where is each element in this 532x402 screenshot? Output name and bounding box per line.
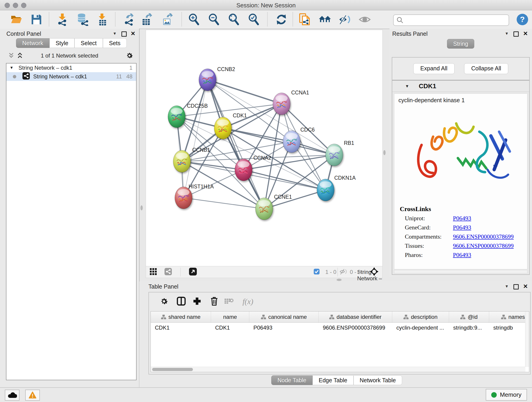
toggle-visibility-button[interactable]: [338, 13, 351, 26]
network-birdseye-icon[interactable]: [164, 268, 172, 276]
network-edge[interactable]: [264, 190, 326, 209]
column-header[interactable]: name: [211, 312, 249, 322]
cloud-button[interactable]: [5, 390, 19, 401]
crosslink-pharos[interactable]: P06493: [453, 252, 471, 259]
collapse-all-button[interactable]: Collapse All: [464, 63, 508, 74]
protein-node[interactable]: [175, 187, 192, 209]
column-header[interactable]: shared name: [151, 312, 211, 322]
column-header[interactable]: @id: [449, 312, 489, 322]
zoom-out-button[interactable]: [207, 13, 220, 26]
network-row-selected[interactable]: String Network – cdk1 11 48: [6, 72, 136, 81]
tab-style[interactable]: Style: [50, 38, 75, 48]
tab-edge-table[interactable]: Edge Table: [312, 375, 354, 385]
tab-network[interactable]: Network: [16, 38, 50, 48]
table-horizontal-scrollbar[interactable]: [151, 367, 525, 372]
tree-expand-icon[interactable]: ▼: [10, 65, 13, 70]
table-vertical-scrollbar[interactable]: [525, 312, 529, 367]
help-button[interactable]: ?: [516, 13, 529, 26]
zoom-selected-button[interactable]: [247, 13, 260, 26]
search-input[interactable]: [405, 16, 505, 24]
selected-checkbox-icon[interactable]: [313, 268, 320, 276]
network-edge[interactable]: [208, 80, 282, 104]
cell-name[interactable]: CDK1: [211, 323, 249, 333]
protein-node[interactable]: [199, 69, 216, 91]
crosslink-genecard[interactable]: P06493: [453, 224, 471, 231]
network-canvas[interactable]: CCNB2CCNA1CDC25BCDK1CDC6RB1CCNB1CCNA2CDK…: [146, 30, 383, 266]
cell-namespace[interactable]: stringdb: [489, 323, 529, 333]
select-columns-icon[interactable]: [177, 296, 186, 307]
protein-node[interactable]: [273, 93, 290, 115]
cell-canonical-name[interactable]: P06493: [249, 323, 319, 333]
tab-node-table[interactable]: Node Table: [271, 375, 312, 385]
import-network-database-button[interactable]: [76, 13, 89, 26]
results-scrollbar[interactable]: [394, 270, 527, 274]
gene-entry-header[interactable]: ▼ CDK1: [392, 81, 529, 92]
tab-network-table[interactable]: Network Table: [354, 375, 402, 385]
crosshair-icon[interactable]: [370, 267, 379, 277]
left-splitter-grip[interactable]: [140, 205, 143, 211]
crosslink-uniprot[interactable]: P06493: [453, 215, 471, 222]
export-image-button[interactable]: [161, 13, 174, 26]
expand-all-button[interactable]: Expand All: [413, 63, 455, 74]
home-views-button[interactable]: [318, 13, 331, 26]
zoom-in-button[interactable]: [187, 13, 200, 26]
export-network-button[interactable]: [123, 13, 135, 26]
float-panel-icon[interactable]: [513, 284, 519, 289]
network-edge[interactable]: [208, 80, 334, 155]
network-edge[interactable]: [208, 80, 264, 209]
column-header[interactable]: namespace: [489, 312, 529, 322]
column-header[interactable]: canonical name: [249, 312, 319, 322]
close-panel-icon[interactable]: ✕: [131, 30, 135, 37]
cell-description[interactable]: cyclin-dependent ...: [392, 323, 449, 333]
open-in-window-icon[interactable]: [189, 268, 197, 277]
protein-node[interactable]: [317, 179, 334, 201]
network-edge[interactable]: [184, 198, 264, 209]
gear-icon[interactable]: [125, 51, 133, 61]
protein-node[interactable]: [173, 150, 191, 172]
column-header[interactable]: database identifier: [319, 312, 392, 322]
collapse-panel-icon[interactable]: ▼: [505, 32, 509, 36]
results-panel-tabs: String: [447, 39, 474, 49]
network-collection-row[interactable]: ▼ String Network – cdk1 1: [6, 64, 136, 72]
protein-node[interactable]: [235, 159, 252, 181]
delete-column-icon[interactable]: [210, 296, 219, 307]
scrollbar-thumb[interactable]: [152, 368, 193, 371]
float-panel-icon[interactable]: [513, 32, 519, 37]
import-network-file-button[interactable]: [56, 13, 69, 26]
close-panel-icon[interactable]: ✕: [523, 30, 528, 37]
save-session-button[interactable]: [30, 13, 43, 26]
protein-node[interactable]: [214, 117, 232, 139]
collapse-panel-icon[interactable]: ▼: [505, 284, 509, 289]
tab-select[interactable]: Select: [75, 38, 103, 48]
cell-database-identifier[interactable]: 9606.ENSP00000378699: [319, 323, 392, 333]
export-table-button[interactable]: [140, 13, 153, 26]
protein-node[interactable]: [326, 144, 343, 166]
memory-button[interactable]: Memory: [486, 389, 527, 401]
right-splitter-grip[interactable]: [383, 150, 386, 155]
column-header[interactable]: description: [392, 312, 449, 322]
grid-view-icon[interactable]: [150, 268, 157, 276]
tab-string[interactable]: String: [447, 39, 474, 49]
crosslink-compartments[interactable]: 9606.ENSP00000378699: [453, 233, 514, 240]
protein-node[interactable]: [168, 106, 185, 128]
import-table-button[interactable]: [96, 13, 109, 26]
add-column-icon[interactable]: [192, 297, 202, 307]
close-panel-icon[interactable]: ✕: [523, 283, 528, 290]
open-session-button[interactable]: [10, 13, 23, 26]
table-gear-icon[interactable]: [159, 297, 169, 307]
entry-expand-icon[interactable]: ▼: [405, 84, 409, 89]
tab-sets[interactable]: Sets: [103, 38, 127, 48]
horizontal-splitter-grip[interactable]: [336, 279, 342, 281]
collapse-panel-icon[interactable]: ▼: [113, 32, 117, 36]
cell-id[interactable]: stringdb:9...: [449, 323, 489, 333]
protein-node[interactable]: [283, 131, 300, 153]
apply-layout-button[interactable]: [275, 13, 288, 26]
crosslink-tissues[interactable]: 9606.ENSP00000378699: [453, 242, 514, 249]
clone-network-button[interactable]: [298, 13, 311, 26]
warning-button[interactable]: [25, 390, 40, 401]
table-row[interactable]: CDK1 CDK1 P06493 9606.ENSP00000378699 cy…: [151, 323, 529, 333]
float-panel-icon[interactable]: [121, 32, 127, 37]
cell-shared-name[interactable]: CDK1: [151, 323, 211, 333]
protein-node[interactable]: [255, 198, 273, 220]
zoom-fit-button[interactable]: [227, 13, 240, 26]
